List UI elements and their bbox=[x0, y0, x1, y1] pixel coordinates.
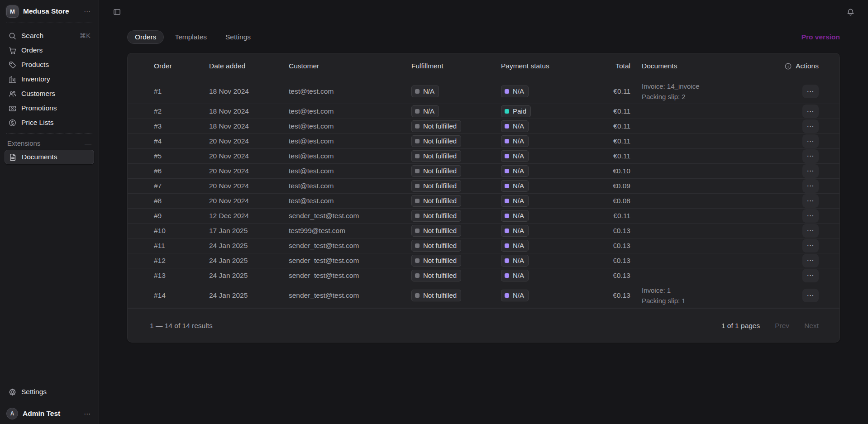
status-dot bbox=[415, 273, 420, 278]
row-actions-button[interactable]: ⋯ bbox=[802, 85, 819, 98]
table-row[interactable]: #8 20 Nov 2024 test@test.com Not fulfill… bbox=[128, 194, 839, 209]
info-circle-icon[interactable] bbox=[784, 62, 792, 70]
prev-page-button[interactable]: Prev bbox=[775, 322, 789, 330]
total-cell: €0.11 bbox=[591, 122, 630, 130]
building-icon bbox=[8, 75, 17, 84]
next-page-button[interactable]: Next bbox=[804, 322, 819, 330]
tab-templates[interactable]: Templates bbox=[167, 30, 215, 44]
status-dot bbox=[505, 124, 509, 129]
row-actions-button[interactable]: ⋯ bbox=[802, 105, 819, 118]
table-row[interactable]: #11 24 Jan 2025 sender_test@test.com Not… bbox=[128, 238, 839, 253]
status-dot bbox=[505, 139, 509, 143]
store-menu[interactable]: M Medusa Store ⋯ bbox=[0, 0, 99, 23]
sidebar-item-products[interactable]: Products bbox=[5, 57, 94, 72]
status-dot bbox=[415, 293, 420, 298]
table-row[interactable]: #3 18 Nov 2024 test@test.com Not fulfill… bbox=[128, 119, 839, 134]
status-dot bbox=[415, 89, 420, 94]
date-added-cell: 20 Nov 2024 bbox=[209, 137, 289, 145]
table-row[interactable]: #4 20 Nov 2024 test@test.com Not fulfill… bbox=[128, 134, 839, 149]
collapse-minus-icon[interactable]: — bbox=[85, 139, 91, 147]
tab-orders[interactable]: Orders bbox=[127, 30, 164, 44]
user-menu[interactable]: A Admin Test ⋯ bbox=[0, 403, 99, 424]
payment-status-badge: N/A bbox=[501, 165, 529, 177]
customer-cell: test@test.com bbox=[289, 122, 411, 130]
extensions-header: Extensions — bbox=[7, 139, 91, 147]
documents-cell: Invoice: 14_invoicePacking slip: 2 bbox=[630, 81, 775, 102]
table-row[interactable]: #14 24 Jan 2025 sender_test@test.com Not… bbox=[128, 283, 839, 308]
row-actions-button[interactable]: ⋯ bbox=[802, 119, 819, 133]
table-row[interactable]: #12 24 Jan 2025 sender_test@test.com Not… bbox=[128, 253, 839, 268]
payment-status-badge: N/A bbox=[501, 225, 529, 237]
tab-settings[interactable]: Settings bbox=[218, 30, 258, 44]
fulfillment-cell: Not fulfilled bbox=[411, 240, 501, 252]
sidebar-item-orders[interactable]: Orders bbox=[5, 43, 94, 57]
payment-badge-label: N/A bbox=[513, 271, 524, 280]
row-actions-button[interactable]: ⋯ bbox=[802, 289, 819, 302]
row-actions-button[interactable]: ⋯ bbox=[802, 194, 819, 208]
sidebar-item-promotions[interactable]: Promotions bbox=[5, 101, 94, 115]
status-dot bbox=[415, 184, 420, 188]
sidebar-item-documents[interactable]: Documents bbox=[5, 150, 94, 164]
fulfillment-badge-label: Not fulfilled bbox=[423, 211, 457, 220]
orders-table-card: Order Date added Customer Fulfillment Pa… bbox=[127, 53, 840, 343]
status-dot bbox=[505, 169, 509, 173]
total-cell: €0.11 bbox=[591, 137, 630, 145]
row-actions-button[interactable]: ⋯ bbox=[802, 164, 819, 178]
table-row[interactable]: #7 20 Nov 2024 test@test.com Not fulfill… bbox=[128, 179, 839, 194]
payment-status-badge: N/A bbox=[501, 195, 529, 207]
table-row[interactable]: #10 17 Jan 2025 test999@test.com Not ful… bbox=[128, 224, 839, 238]
table-row[interactable]: #5 20 Nov 2024 test@test.com Not fulfill… bbox=[128, 149, 839, 164]
order-number-cell: #12 bbox=[128, 257, 209, 265]
column-header-payment-status: Payment status bbox=[501, 62, 591, 70]
fulfillment-cell: Not fulfilled bbox=[411, 135, 501, 147]
sidebar-toggle-button[interactable] bbox=[112, 7, 122, 17]
ellipsis-icon: ⋯ bbox=[807, 292, 815, 299]
notifications-button[interactable] bbox=[845, 6, 856, 18]
fulfillment-badge: N/A bbox=[411, 86, 439, 97]
ellipsis-icon: ⋯ bbox=[807, 152, 815, 160]
customer-cell: sender_test@test.com bbox=[289, 272, 411, 280]
pro-version-link[interactable]: Pro version bbox=[801, 33, 840, 41]
store-menu-ellipsis-icon[interactable]: ⋯ bbox=[83, 7, 92, 16]
fulfillment-badge-label: Not fulfilled bbox=[423, 137, 457, 146]
order-number-cell: #13 bbox=[128, 272, 209, 280]
customer-cell: test@test.com bbox=[289, 167, 411, 175]
column-header-actions-label: Actions bbox=[796, 62, 819, 70]
table-header-row: Order Date added Customer Fulfillment Pa… bbox=[128, 53, 839, 79]
sidebar-item-inventory[interactable]: Inventory bbox=[5, 72, 94, 86]
row-actions-button[interactable]: ⋯ bbox=[802, 254, 819, 267]
order-number-cell: #14 bbox=[128, 291, 209, 300]
row-actions-button[interactable]: ⋯ bbox=[802, 149, 819, 163]
sidebar-item-search[interactable]: Search ⌘K bbox=[5, 29, 94, 43]
table-row[interactable]: #1 18 Nov 2024 test@test.com N/A N/A €0.… bbox=[128, 79, 839, 104]
row-actions-button[interactable]: ⋯ bbox=[802, 224, 819, 238]
column-header-date-added: Date added bbox=[209, 62, 289, 70]
user-menu-ellipsis-icon[interactable]: ⋯ bbox=[83, 410, 92, 418]
sidebar-item-label: Promotions bbox=[21, 104, 57, 112]
column-header-total: Total bbox=[591, 62, 630, 70]
table-row[interactable]: #6 20 Nov 2024 test@test.com Not fulfill… bbox=[128, 164, 839, 179]
table-row[interactable]: #2 18 Nov 2024 test@test.com N/A Paid €0… bbox=[128, 104, 839, 119]
document-line: Invoice: 14_invoice bbox=[642, 81, 772, 91]
sidebar-item-label: Inventory bbox=[21, 75, 50, 83]
order-number-cell: #10 bbox=[128, 227, 209, 235]
total-cell: €0.10 bbox=[591, 167, 630, 175]
row-actions-button[interactable]: ⋯ bbox=[802, 179, 819, 193]
settings-nav: Settings bbox=[0, 379, 99, 403]
status-dot bbox=[505, 184, 509, 188]
fulfillment-cell: Not fulfilled bbox=[411, 180, 501, 192]
status-dot bbox=[505, 273, 509, 278]
row-actions-button[interactable]: ⋯ bbox=[802, 269, 819, 282]
table-row[interactable]: #9 12 Dec 2024 sender_test@test.com Not … bbox=[128, 209, 839, 224]
row-actions-button[interactable]: ⋯ bbox=[802, 209, 819, 223]
column-header-fulfillment: Fulfillment bbox=[411, 62, 501, 70]
table-row[interactable]: #13 24 Jan 2025 sender_test@test.com Not… bbox=[128, 268, 839, 283]
sidebar-item-settings[interactable]: Settings bbox=[5, 385, 94, 399]
row-actions-button[interactable]: ⋯ bbox=[802, 239, 819, 252]
customer-cell: test@test.com bbox=[289, 107, 411, 115]
payment-status-cell: N/A bbox=[501, 290, 591, 301]
ellipsis-icon: ⋯ bbox=[807, 242, 815, 249]
sidebar-item-price-lists[interactable]: Price Lists bbox=[5, 115, 94, 130]
sidebar-item-customers[interactable]: Customers bbox=[5, 86, 94, 101]
row-actions-button[interactable]: ⋯ bbox=[802, 134, 819, 148]
